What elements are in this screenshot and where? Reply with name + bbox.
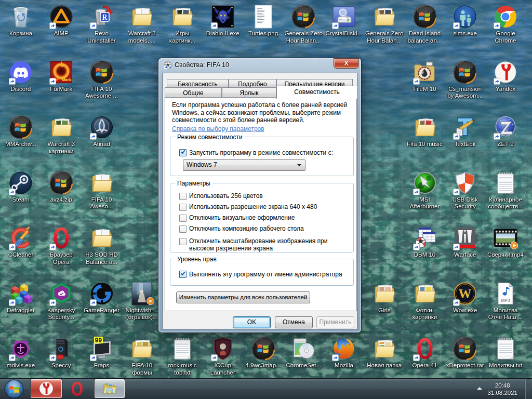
svg-text:Mark: Mark: [61, 77, 71, 82]
svg-text:W: W: [459, 287, 472, 301]
svg-text:99: 99: [95, 337, 102, 344]
svg-text:MP3: MP3: [501, 298, 510, 303]
svg-text:R: R: [102, 14, 108, 21]
